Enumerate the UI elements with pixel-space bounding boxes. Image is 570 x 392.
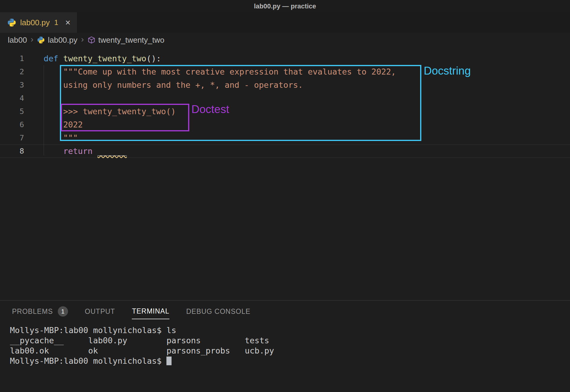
window-title: lab00.py — practice xyxy=(254,2,316,10)
code-editor[interactable]: 1def twenty_twenty_two():2 """Come up wi… xyxy=(0,47,570,300)
code-token xyxy=(44,120,63,129)
line-number: 4 xyxy=(0,92,30,105)
code-line[interactable]: 5 >>> twenty_twenty_two() xyxy=(0,105,570,118)
panel-tab-problems[interactable]: PROBLEMS1 xyxy=(12,304,68,319)
terminal-output: Mollys-MBP:lab00 mollynicholas$ ls__pyca… xyxy=(10,325,570,356)
code-token xyxy=(44,133,63,142)
code-line[interactable]: 8 return ______ xyxy=(0,145,570,158)
line-number: 5 xyxy=(0,105,30,118)
terminal-prompt: Mollys-MBP:lab00 mollynicholas$ xyxy=(10,356,166,366)
code-line[interactable]: 7 """ xyxy=(0,131,570,145)
panel-tabs: PROBLEMS1OUTPUTTERMINALDEBUG CONSOLE xyxy=(0,301,570,322)
code-text: def twenty_twenty_two(): xyxy=(30,52,161,65)
tab-label: lab00.py xyxy=(20,18,50,27)
code-token: 2022 xyxy=(63,120,83,129)
code-text xyxy=(30,92,44,105)
breadcrumb-symbol[interactable]: twenty_twenty_two xyxy=(98,35,165,45)
titlebar: lab00.py — practice xyxy=(0,0,570,12)
code-lines: 1def twenty_twenty_two():2 """Come up wi… xyxy=(0,52,570,158)
code-token: ______ xyxy=(98,146,127,156)
line-number: 8 xyxy=(0,145,30,158)
code-token: using only numbers and the +, *, and - o… xyxy=(63,80,303,90)
code-text: return ______ xyxy=(30,145,127,158)
code-token xyxy=(44,80,63,90)
code-token: twenty_twenty_two xyxy=(63,54,146,63)
terminal-cursor xyxy=(166,357,172,365)
code-text: using only numbers and the +, *, and - o… xyxy=(30,78,303,92)
breadcrumb: lab00 › lab00.py › twenty_twenty_two xyxy=(0,33,570,47)
panel-tab-label: OUTPUT xyxy=(85,308,115,316)
code-line[interactable]: 2 """Come up with the most creative expr… xyxy=(0,65,570,78)
code-line[interactable]: 6 2022 xyxy=(0,118,570,131)
code-token: """Come up with the most creative expres… xyxy=(63,67,396,76)
chevron-right-icon: › xyxy=(80,35,84,45)
breadcrumb-folder[interactable]: lab00 xyxy=(8,35,27,45)
panel-tab-debug-console[interactable]: DEBUG CONSOLE xyxy=(186,304,251,319)
terminal-line: __pycache__ lab00.py parsons tests xyxy=(10,335,570,346)
python-file-icon xyxy=(37,36,45,44)
code-token: """ xyxy=(63,133,78,142)
line-number: 1 xyxy=(0,52,30,65)
breadcrumb-file[interactable]: lab00.py xyxy=(48,35,77,45)
code-token xyxy=(44,67,63,76)
terminal[interactable]: Mollys-MBP:lab00 mollynicholas$ ls__pyca… xyxy=(0,322,570,366)
tab-bar: lab00.py 1 × xyxy=(0,12,570,33)
code-text: """Come up with the most creative expres… xyxy=(30,65,396,78)
panel-tab-label: PROBLEMS xyxy=(12,308,53,316)
code-token: >>> twenty_twenty_two() xyxy=(63,107,176,116)
line-number: 6 xyxy=(0,118,30,131)
python-file-icon xyxy=(7,18,16,27)
code-token xyxy=(44,146,63,156)
code-token: def xyxy=(44,54,63,63)
symbol-method-icon xyxy=(88,36,95,44)
code-text: """ xyxy=(30,131,78,145)
tab-problem-count: 1 xyxy=(54,18,58,27)
line-number: 7 xyxy=(0,131,30,145)
line-number: 2 xyxy=(0,65,30,78)
code-text: 2022 xyxy=(30,118,83,131)
panel-tab-label: TERMINAL xyxy=(132,307,169,315)
code-token: (): xyxy=(146,54,161,63)
panel-tab-label: DEBUG CONSOLE xyxy=(186,308,251,316)
code-token xyxy=(44,107,63,116)
panel-tab-output[interactable]: OUTPUT xyxy=(85,304,115,319)
chevron-right-icon: › xyxy=(30,35,34,45)
vscode-window: lab00.py — practice lab00.py 1 × lab00 ›… xyxy=(0,0,570,392)
indent-guide xyxy=(44,65,44,155)
bottom-panel: PROBLEMS1OUTPUTTERMINALDEBUG CONSOLE Mol… xyxy=(0,300,570,392)
line-number: 3 xyxy=(0,78,30,92)
terminal-line: Mollys-MBP:lab00 mollynicholas$ ls xyxy=(10,325,570,335)
panel-tab-terminal[interactable]: TERMINAL xyxy=(132,304,169,319)
code-line[interactable]: 3 using only numbers and the +, *, and -… xyxy=(0,78,570,92)
close-tab-icon[interactable]: × xyxy=(65,18,71,27)
terminal-line: lab00.ok ok parsons_probs ucb.py xyxy=(10,346,570,356)
editor-tab-lab00[interactable]: lab00.py 1 × xyxy=(0,12,77,33)
problems-badge: 1 xyxy=(58,306,68,317)
code-line[interactable]: 1def twenty_twenty_two(): xyxy=(0,52,570,65)
terminal-prompt-line: Mollys-MBP:lab00 mollynicholas$ xyxy=(10,356,570,366)
code-token: return xyxy=(63,146,98,156)
code-text: >>> twenty_twenty_two() xyxy=(30,105,176,118)
code-line[interactable]: 4 xyxy=(0,92,570,105)
